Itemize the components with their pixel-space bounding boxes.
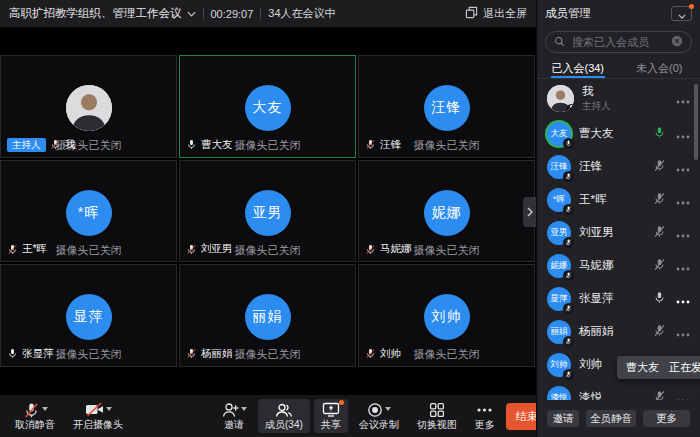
member-info: 王*晖 <box>579 192 606 207</box>
member-actions <box>676 90 690 108</box>
video-tile[interactable]: 汪锋摄像头已关闭汪锋 <box>358 55 535 158</box>
mic-muted-icon[interactable] <box>653 191 666 209</box>
toolbar-record-button[interactable]: 会议录制 <box>352 399 406 433</box>
mic-muted-icon <box>7 244 18 255</box>
sidebar-header: 成员管理 <box>537 0 700 27</box>
member-info: 刘亚男 <box>579 225 614 240</box>
toolbar-camera-button[interactable]: 开启摄像头 <box>66 399 130 433</box>
toolbar-buttons: 取消静音开启摄像头邀请成员(34)共享会议录制切换视图更多 <box>8 399 506 433</box>
mic-active-icon[interactable] <box>653 125 666 143</box>
member-actions <box>653 158 690 176</box>
tab-joined[interactable]: 已入会(34) <box>537 58 619 78</box>
caret-down-icon[interactable] <box>106 407 112 411</box>
tile-name-label: 杨丽娟 <box>186 347 233 361</box>
caret-down-icon[interactable] <box>385 407 391 411</box>
toolbar-members-button[interactable]: 成员(34) <box>258 399 310 433</box>
tile-name-label: 王*晖 <box>7 242 47 256</box>
video-tile[interactable]: 摄像头已关闭主持人我 <box>0 55 177 158</box>
member-name: 马妮娜 <box>579 258 614 273</box>
member-row[interactable]: *晖王*晖 <box>537 183 700 216</box>
mic-muted-icon[interactable] <box>653 257 666 275</box>
mic-muted-icon[interactable] <box>653 323 666 341</box>
participant-name: 曹大友 <box>201 138 233 152</box>
exit-fullscreen-label: 退出全屏 <box>483 6 527 21</box>
mic-muted-icon <box>365 139 376 150</box>
member-row[interactable]: 妮娜马妮娜 <box>537 249 700 282</box>
monitor-icon <box>322 402 340 417</box>
speaking-tooltip: 曹大友 正在发言 <box>617 356 700 379</box>
next-page-arrow-button[interactable] <box>523 197 536 227</box>
mic-muted-icon <box>50 139 61 150</box>
video-tile[interactable]: 显萍摄像头已关闭张显萍 <box>0 264 177 367</box>
video-tile[interactable]: 刘帅摄像头已关闭刘帅 <box>358 264 535 367</box>
member-management-panel: 成员管理 已入会(34)未入会(0) 我主持人大友曹大友汪锋汪锋*晖王*晖亚男刘… <box>536 0 700 437</box>
member-row[interactable]: 显萍张显萍 <box>537 282 700 315</box>
member-avatar: 刘帅 <box>547 353 571 377</box>
caret-down-icon[interactable] <box>241 407 247 411</box>
more-options-icon[interactable] <box>676 90 690 108</box>
member-info: 杨丽娟 <box>579 324 614 339</box>
member-actions <box>653 191 690 209</box>
more-options-icon[interactable] <box>676 290 690 308</box>
toolbar-more-button[interactable]: 更多 <box>468 399 502 433</box>
toolbar-unmute-button[interactable]: 取消静音 <box>8 399 62 433</box>
speaking-tooltip-status: 正在发言 <box>669 360 700 375</box>
member-actions <box>653 125 690 143</box>
member-avatar: 妮娜 <box>547 254 571 278</box>
tab-not-joined[interactable]: 未入会(0) <box>619 58 700 78</box>
member-info: 汪锋 <box>579 159 602 174</box>
scrollbar-thumb[interactable] <box>694 84 698 160</box>
video-tile[interactable]: 大友摄像头已关闭曹大友 <box>179 55 356 158</box>
more-button[interactable]: 更多 <box>643 410 690 427</box>
more-options-icon[interactable] <box>676 389 690 401</box>
more-options-icon[interactable] <box>676 125 690 143</box>
camera-off-text: 摄像头已关闭 <box>56 347 122 362</box>
caret-down-icon[interactable] <box>42 407 48 411</box>
avatar-mic-muted-badge <box>563 369 574 380</box>
search-input[interactable] <box>570 35 666 49</box>
avatar-mic-badge <box>563 138 574 149</box>
exit-fullscreen-button[interactable]: 退出全屏 <box>465 6 527 21</box>
mute-all-button[interactable]: 全员静音 <box>586 410 635 427</box>
camera-off-text: 摄像头已关闭 <box>235 347 301 362</box>
meeting-title-chevron-down-icon[interactable] <box>187 11 196 17</box>
more-options-icon[interactable] <box>676 257 690 275</box>
member-row[interactable]: 大友曹大友 <box>537 117 700 150</box>
mic-muted-icon[interactable] <box>653 389 666 401</box>
member-row[interactable]: 亚男刘亚男 <box>537 216 700 249</box>
video-tile[interactable]: *晖摄像头已关闭王*晖 <box>0 160 177 263</box>
sidebar-collapse-button[interactable] <box>671 6 692 21</box>
more-options-icon[interactable] <box>676 323 690 341</box>
member-row[interactable]: 汪锋汪锋 <box>537 150 700 183</box>
invite-members-button[interactable]: 邀请 <box>547 410 579 427</box>
member-row[interactable]: 丽娟杨丽娟 <box>537 315 700 348</box>
top-bar: 高职扩招教学组织、管理工作会议 00:29:07 34人在会议中 退出全屏 <box>0 0 536 27</box>
meeting-app-window: 高职扩招教学组织、管理工作会议 00:29:07 34人在会议中 退出全屏 摄像… <box>0 0 700 437</box>
grid4-icon <box>429 402 445 417</box>
video-tile[interactable]: 亚男摄像头已关闭刘亚男 <box>179 160 356 263</box>
more-options-icon[interactable] <box>676 158 690 176</box>
camera-off-text: 摄像头已关闭 <box>235 138 301 153</box>
clear-search-icon[interactable] <box>671 33 683 51</box>
active-tab-underline <box>551 76 605 78</box>
member-tabs: 已入会(34)未入会(0) <box>537 58 700 79</box>
participant-name: 刘帅 <box>380 347 401 361</box>
mic-muted-icon[interactable] <box>653 158 666 176</box>
member-name: 汪锋 <box>579 159 602 174</box>
toolbar-share-button[interactable]: 共享 <box>314 399 348 433</box>
mic-on-icon[interactable] <box>653 290 666 308</box>
member-row[interactable]: 我主持人 <box>537 80 700 117</box>
avatar-mic-muted-badge <box>563 336 574 347</box>
camera-off-text: 摄像头已关闭 <box>414 243 480 258</box>
sidebar-title: 成员管理 <box>545 6 591 21</box>
tile-avatar: *晖 <box>66 190 112 236</box>
more-options-icon[interactable] <box>676 224 690 242</box>
toolbar-invite-button[interactable]: 邀请 <box>214 399 254 433</box>
video-tile[interactable]: 妮娜摄像头已关闭马妮娜 <box>358 160 535 263</box>
member-search-box[interactable] <box>545 31 692 53</box>
video-tile[interactable]: 丽娟摄像头已关闭杨丽娟 <box>179 264 356 367</box>
mic-muted-icon[interactable] <box>653 224 666 242</box>
more-options-icon[interactable] <box>676 191 690 209</box>
toolbar-layout-button[interactable]: 切换视图 <box>410 399 464 433</box>
member-row[interactable]: 漆悦漆悦 <box>537 381 700 400</box>
